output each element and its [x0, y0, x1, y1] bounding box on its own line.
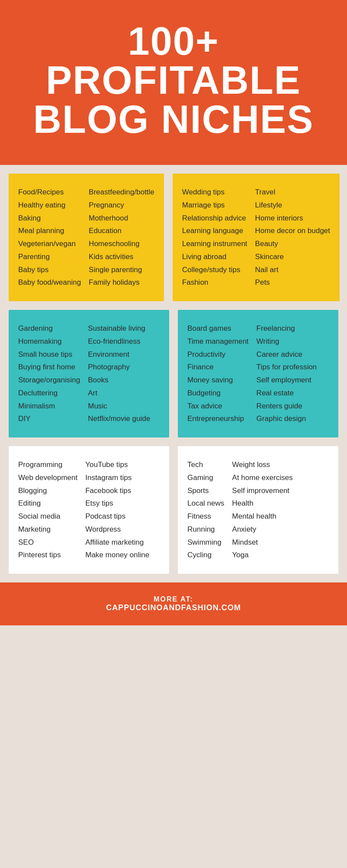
list-item: Graphic design — [256, 412, 317, 425]
list-item: Beauty — [255, 237, 330, 250]
list-item: Decluttering — [18, 387, 80, 400]
list-item: Eco-friendliness — [88, 335, 151, 348]
quadrant-5: Programming Web development Blogging Edi… — [9, 446, 169, 574]
list-item: Social media — [18, 510, 78, 523]
list-item: Productivity — [187, 348, 249, 361]
list-item: Lifestyle — [255, 199, 330, 212]
list-item: Sustainable living — [88, 322, 151, 335]
list-item: Pregnancy — [89, 199, 154, 212]
niche-list-q1-col2: Breastfeeding/bottle Pregnancy Motherhoo… — [89, 186, 154, 289]
list-item: Education — [89, 224, 154, 237]
list-item: Tax advice — [187, 400, 249, 413]
list-item: Homemaking — [18, 335, 80, 348]
niche-list-q4-col1: Board games Time management Productivity… — [187, 322, 249, 425]
list-item: Anxiety — [232, 523, 293, 536]
header-line3: BLOG NICHES — [33, 98, 314, 141]
section-row-2: Gardening Homemaking Small house tips Bu… — [9, 310, 338, 437]
list-item: Fitness — [187, 510, 224, 523]
footer-url: CAPPUCCINOANDFASHION.COM — [9, 603, 338, 612]
list-item: Meal planning — [18, 224, 81, 237]
list-item: Baby food/weaning — [18, 276, 81, 289]
list-item: Local news — [187, 497, 224, 510]
list-item: Environment — [88, 348, 151, 361]
list-item: Food/Recipes — [18, 186, 81, 199]
list-item: Swimming — [187, 536, 224, 549]
niche-list-q2-col1: Wedding tips Marriage tips Relationship … — [182, 186, 247, 289]
list-item: Family holidays — [89, 276, 154, 289]
quadrant-3: Gardening Homemaking Small house tips Bu… — [9, 310, 169, 437]
list-item: Weight loss — [232, 458, 293, 471]
list-item: SEO — [18, 536, 78, 549]
list-item: Learning language — [182, 224, 247, 237]
list-item: Tips for profession — [256, 361, 317, 374]
niche-list-q1-col1: Food/Recipes Healthy eating Baking Meal … — [18, 186, 81, 289]
list-item: Living abroad — [182, 250, 247, 263]
list-item: Money saving — [187, 374, 249, 387]
list-item: Travel — [255, 186, 330, 199]
list-item: Relationship advice — [182, 212, 247, 225]
list-item: Real estate — [256, 387, 317, 400]
list-item: Board games — [187, 322, 249, 335]
section-row-1: Food/Recipes Healthy eating Baking Meal … — [9, 174, 338, 301]
list-item: Wedding tips — [182, 186, 247, 199]
list-item: Podcast tips — [85, 510, 149, 523]
list-item: Netflix/movie guide — [88, 412, 151, 425]
list-item: Motherhood — [89, 212, 154, 225]
list-item: Single parenting — [89, 263, 154, 276]
list-item: Web development — [18, 471, 78, 484]
list-item: Blogging — [18, 484, 78, 497]
list-item: Wordpress — [85, 523, 149, 536]
list-item: Programming — [18, 458, 78, 471]
niche-list-q2-col2: Travel Lifestyle Home interiors Home dec… — [255, 186, 330, 289]
list-item: College/study tips — [182, 263, 247, 276]
list-item: Small house tips — [18, 348, 80, 361]
list-item: Gardening — [18, 322, 80, 335]
list-item: Time management — [187, 335, 249, 348]
header-title: 100+ PROFITABLE BLOG NICHES — [17, 22, 330, 139]
list-item: Breastfeeding/bottle — [89, 186, 154, 199]
list-item: Home decor on budget — [255, 224, 330, 237]
list-item: Learning instrument — [182, 237, 247, 250]
header-line2: PROFITABLE — [46, 59, 301, 102]
niche-list-q6-col1: Tech Gaming Sports Local news Fitness Ru… — [187, 458, 224, 562]
list-item: Entrepreneurship — [187, 412, 249, 425]
list-item: Mindset — [232, 536, 293, 549]
niche-list-q5-col1: Programming Web development Blogging Edi… — [18, 458, 78, 562]
list-item: Homeschooling — [89, 237, 154, 250]
list-item: Books — [88, 374, 151, 387]
list-item: Home interiors — [255, 212, 330, 225]
list-item: Sports — [187, 484, 224, 497]
list-item: Marriage tips — [182, 199, 247, 212]
niche-list-q3-col2: Sustainable living Eco-friendliness Envi… — [88, 322, 151, 425]
niche-list-q3-col1: Gardening Homemaking Small house tips Bu… — [18, 322, 80, 425]
niche-list-q4-col2: Freelancing Writing Career advice Tips f… — [256, 322, 317, 425]
list-item: Renters guide — [256, 400, 317, 413]
list-item: Kids activities — [89, 250, 154, 263]
list-item: Baking — [18, 212, 81, 225]
niche-list-q6-col2: Weight loss At home exercises Self impro… — [232, 458, 293, 562]
list-item: Make money online — [85, 549, 149, 562]
list-item: Photography — [88, 361, 151, 374]
list-item: Pinterest tips — [18, 549, 78, 562]
quadrant-6: Tech Gaming Sports Local news Fitness Ru… — [178, 446, 338, 574]
main-content: Food/Recipes Healthy eating Baking Meal … — [0, 165, 347, 582]
list-item: YouTube tips — [85, 458, 149, 471]
footer-more-label: MORE AT: — [9, 595, 338, 603]
list-item: Freelancing — [256, 322, 317, 335]
list-item: Yoga — [232, 549, 293, 562]
list-item: DIY — [18, 412, 80, 425]
list-item: Facebook tips — [85, 484, 149, 497]
list-item: Buying first home — [18, 361, 80, 374]
list-item: Minimalism — [18, 400, 80, 413]
list-item: Healthy eating — [18, 199, 81, 212]
list-item: Editing — [18, 497, 78, 510]
list-item: Tech — [187, 458, 224, 471]
niche-list-q5-col2: YouTube tips Instagram tips Facebook tip… — [85, 458, 149, 562]
list-item: Skincare — [255, 250, 330, 263]
list-item: At home exercises — [232, 471, 293, 484]
header-line1: 100+ — [128, 20, 219, 63]
quadrant-2: Wedding tips Marriage tips Relationship … — [173, 174, 340, 301]
list-item: Health — [232, 497, 293, 510]
list-item: Etsy tips — [85, 497, 149, 510]
list-item: Finance — [187, 361, 249, 374]
